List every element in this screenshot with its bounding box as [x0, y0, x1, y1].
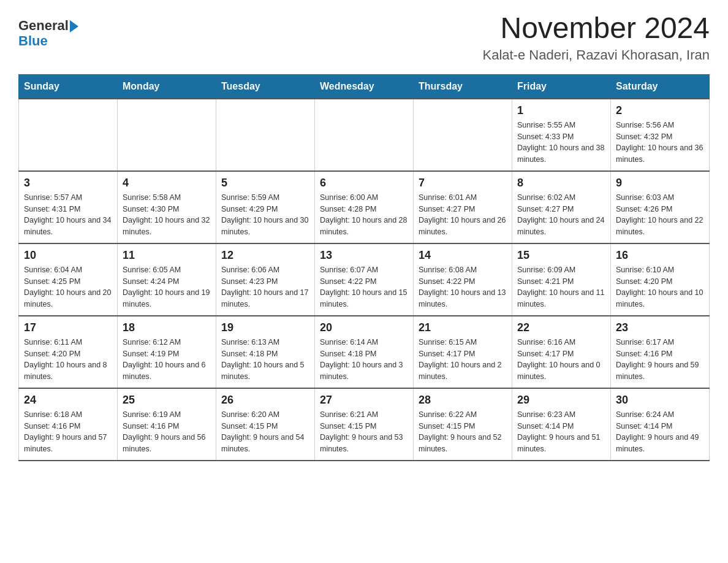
calendar-cell	[414, 99, 512, 171]
day-number: 11	[123, 249, 211, 262]
day-info: Sunrise: 6:07 AM Sunset: 4:22 PM Dayligh…	[320, 264, 408, 310]
header-row: SundayMondayTuesdayWednesdayThursdayFrid…	[19, 74, 710, 99]
header-day-monday: Monday	[118, 74, 216, 99]
day-number: 1	[517, 104, 605, 117]
calendar-cell	[216, 99, 315, 171]
day-info: Sunrise: 6:20 AM Sunset: 4:15 PM Dayligh…	[221, 409, 309, 455]
title-area: November 2024 Kalat-e Naderi, Razavi Kho…	[482, 12, 710, 63]
calendar-cell: 16Sunrise: 6:10 AM Sunset: 4:20 PM Dayli…	[611, 243, 710, 316]
calendar-cell: 25Sunrise: 6:19 AM Sunset: 4:16 PM Dayli…	[118, 388, 216, 461]
day-number: 24	[24, 394, 112, 407]
calendar-cell: 27Sunrise: 6:21 AM Sunset: 4:15 PM Dayli…	[315, 388, 414, 461]
day-number: 14	[419, 249, 507, 262]
day-number: 26	[221, 394, 309, 407]
day-number: 5	[221, 177, 309, 190]
calendar-cell: 10Sunrise: 6:04 AM Sunset: 4:25 PM Dayli…	[19, 243, 118, 316]
day-number: 15	[517, 249, 605, 262]
day-info: Sunrise: 5:55 AM Sunset: 4:33 PM Dayligh…	[517, 120, 605, 166]
day-number: 28	[419, 394, 507, 407]
day-info: Sunrise: 6:10 AM Sunset: 4:20 PM Dayligh…	[616, 264, 704, 310]
day-number: 23	[616, 321, 704, 334]
day-info: Sunrise: 6:19 AM Sunset: 4:16 PM Dayligh…	[123, 409, 211, 455]
day-info: Sunrise: 6:22 AM Sunset: 4:15 PM Dayligh…	[419, 409, 507, 455]
calendar-cell: 20Sunrise: 6:14 AM Sunset: 4:18 PM Dayli…	[315, 316, 414, 388]
header-day-wednesday: Wednesday	[315, 74, 414, 99]
day-number: 16	[616, 249, 704, 262]
calendar-cell	[118, 99, 216, 171]
day-info: Sunrise: 6:03 AM Sunset: 4:26 PM Dayligh…	[616, 192, 704, 238]
day-number: 27	[320, 394, 408, 407]
week-row-5: 24Sunrise: 6:18 AM Sunset: 4:16 PM Dayli…	[19, 388, 710, 461]
day-info: Sunrise: 5:56 AM Sunset: 4:32 PM Dayligh…	[616, 120, 704, 166]
day-info: Sunrise: 6:08 AM Sunset: 4:22 PM Dayligh…	[419, 264, 507, 310]
day-number: 8	[517, 177, 605, 190]
day-info: Sunrise: 6:16 AM Sunset: 4:17 PM Dayligh…	[517, 337, 605, 383]
logo-general-text: General	[18, 18, 69, 33]
day-number: 17	[24, 321, 112, 334]
logo-arrow-icon	[70, 20, 78, 33]
week-row-1: 1Sunrise: 5:55 AM Sunset: 4:33 PM Daylig…	[19, 99, 710, 171]
day-number: 29	[517, 394, 605, 407]
page-header: General Blue November 2024 Kalat-e Nader…	[18, 12, 710, 63]
calendar-cell: 7Sunrise: 6:01 AM Sunset: 4:27 PM Daylig…	[414, 171, 512, 243]
calendar-cell	[19, 99, 118, 171]
calendar-cell: 2Sunrise: 5:56 AM Sunset: 4:32 PM Daylig…	[611, 99, 710, 171]
day-info: Sunrise: 6:11 AM Sunset: 4:20 PM Dayligh…	[24, 337, 112, 383]
day-info: Sunrise: 6:24 AM Sunset: 4:14 PM Dayligh…	[616, 409, 704, 455]
calendar-table: SundayMondayTuesdayWednesdayThursdayFrid…	[18, 74, 710, 461]
calendar-cell: 22Sunrise: 6:16 AM Sunset: 4:17 PM Dayli…	[512, 316, 611, 388]
day-info: Sunrise: 5:58 AM Sunset: 4:30 PM Dayligh…	[123, 192, 211, 238]
day-info: Sunrise: 6:09 AM Sunset: 4:21 PM Dayligh…	[517, 264, 605, 310]
day-number: 30	[616, 394, 704, 407]
calendar-cell: 5Sunrise: 5:59 AM Sunset: 4:29 PM Daylig…	[216, 171, 315, 243]
week-row-4: 17Sunrise: 6:11 AM Sunset: 4:20 PM Dayli…	[19, 316, 710, 388]
day-info: Sunrise: 6:00 AM Sunset: 4:28 PM Dayligh…	[320, 192, 408, 238]
day-number: 7	[419, 177, 507, 190]
header-day-sunday: Sunday	[19, 74, 118, 99]
day-info: Sunrise: 6:17 AM Sunset: 4:16 PM Dayligh…	[616, 337, 704, 383]
calendar-cell: 24Sunrise: 6:18 AM Sunset: 4:16 PM Dayli…	[19, 388, 118, 461]
calendar-cell: 17Sunrise: 6:11 AM Sunset: 4:20 PM Dayli…	[19, 316, 118, 388]
location-title: Kalat-e Naderi, Razavi Khorasan, Iran	[482, 47, 710, 63]
calendar-cell: 30Sunrise: 6:24 AM Sunset: 4:14 PM Dayli…	[611, 388, 710, 461]
day-number: 4	[123, 177, 211, 190]
day-info: Sunrise: 6:14 AM Sunset: 4:18 PM Dayligh…	[320, 337, 408, 383]
calendar-cell: 4Sunrise: 5:58 AM Sunset: 4:30 PM Daylig…	[118, 171, 216, 243]
day-info: Sunrise: 5:59 AM Sunset: 4:29 PM Dayligh…	[221, 192, 309, 238]
calendar-cell: 13Sunrise: 6:07 AM Sunset: 4:22 PM Dayli…	[315, 243, 414, 316]
month-title: November 2024	[482, 12, 710, 45]
calendar-cell: 29Sunrise: 6:23 AM Sunset: 4:14 PM Dayli…	[512, 388, 611, 461]
calendar-cell: 21Sunrise: 6:15 AM Sunset: 4:17 PM Dayli…	[414, 316, 512, 388]
day-number: 10	[24, 249, 112, 262]
calendar-cell: 23Sunrise: 6:17 AM Sunset: 4:16 PM Dayli…	[611, 316, 710, 388]
calendar-cell: 14Sunrise: 6:08 AM Sunset: 4:22 PM Dayli…	[414, 243, 512, 316]
day-number: 3	[24, 177, 112, 190]
day-info: Sunrise: 6:21 AM Sunset: 4:15 PM Dayligh…	[320, 409, 408, 455]
calendar-cell: 1Sunrise: 5:55 AM Sunset: 4:33 PM Daylig…	[512, 99, 611, 171]
day-number: 25	[123, 394, 211, 407]
day-number: 6	[320, 177, 408, 190]
day-number: 12	[221, 249, 309, 262]
day-number: 20	[320, 321, 408, 334]
day-number: 21	[419, 321, 507, 334]
calendar-cell: 12Sunrise: 6:06 AM Sunset: 4:23 PM Dayli…	[216, 243, 315, 316]
logo-blue-text: Blue	[18, 33, 48, 48]
day-info: Sunrise: 6:18 AM Sunset: 4:16 PM Dayligh…	[24, 409, 112, 455]
day-number: 18	[123, 321, 211, 334]
calendar-cell: 3Sunrise: 5:57 AM Sunset: 4:31 PM Daylig…	[19, 171, 118, 243]
day-info: Sunrise: 6:05 AM Sunset: 4:24 PM Dayligh…	[123, 264, 211, 310]
day-info: Sunrise: 6:04 AM Sunset: 4:25 PM Dayligh…	[24, 264, 112, 310]
week-row-3: 10Sunrise: 6:04 AM Sunset: 4:25 PM Dayli…	[19, 243, 710, 316]
header-day-thursday: Thursday	[414, 74, 512, 99]
logo: General Blue	[18, 12, 78, 48]
week-row-2: 3Sunrise: 5:57 AM Sunset: 4:31 PM Daylig…	[19, 171, 710, 243]
day-info: Sunrise: 6:23 AM Sunset: 4:14 PM Dayligh…	[517, 409, 605, 455]
day-number: 19	[221, 321, 309, 334]
day-info: Sunrise: 6:13 AM Sunset: 4:18 PM Dayligh…	[221, 337, 309, 383]
day-number: 2	[616, 104, 704, 117]
day-info: Sunrise: 5:57 AM Sunset: 4:31 PM Dayligh…	[24, 192, 112, 238]
calendar-cell: 26Sunrise: 6:20 AM Sunset: 4:15 PM Dayli…	[216, 388, 315, 461]
calendar-cell: 6Sunrise: 6:00 AM Sunset: 4:28 PM Daylig…	[315, 171, 414, 243]
day-number: 13	[320, 249, 408, 262]
calendar-cell: 11Sunrise: 6:05 AM Sunset: 4:24 PM Dayli…	[118, 243, 216, 316]
